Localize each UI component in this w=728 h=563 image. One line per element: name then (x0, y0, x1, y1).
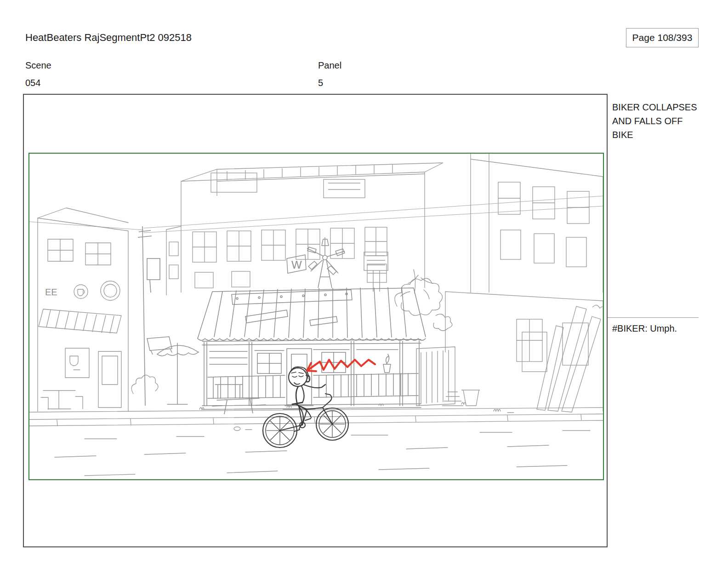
scene-number: 054 (25, 78, 40, 88)
action-note: BIKER COLLAPSES AND FALLS OFF BIKE (612, 100, 700, 142)
side-shed (416, 347, 480, 406)
panel-label: Panel (318, 60, 341, 71)
telephone-pole (138, 226, 160, 406)
artwork-frame: EE (28, 153, 604, 480)
rooftop-ac-unit (364, 252, 388, 292)
notes-divider (608, 317, 699, 318)
storyboard-panel-frame: EE (23, 94, 608, 547)
cafe-building (38, 208, 158, 411)
windmill-sign-text: W (291, 259, 302, 271)
document-title: HeatBeaters RajSegmentPt2 092518 (25, 31, 192, 44)
scene-label: Scene (25, 60, 51, 71)
panel-number: 5 (318, 78, 323, 88)
red-annotation (307, 360, 375, 371)
foliage (395, 270, 452, 331)
patio-umbrella (147, 337, 199, 404)
storyboard-artwork: EE (29, 154, 603, 479)
cafe-sign-text: EE (45, 287, 57, 297)
biker-figure (263, 367, 348, 448)
background-buildings-right (445, 154, 603, 412)
shack (198, 287, 426, 414)
street (29, 402, 603, 476)
dialogue-note: #BIKER: Umph. (612, 322, 713, 335)
page-number-badge: Page 108/393 (626, 28, 699, 47)
